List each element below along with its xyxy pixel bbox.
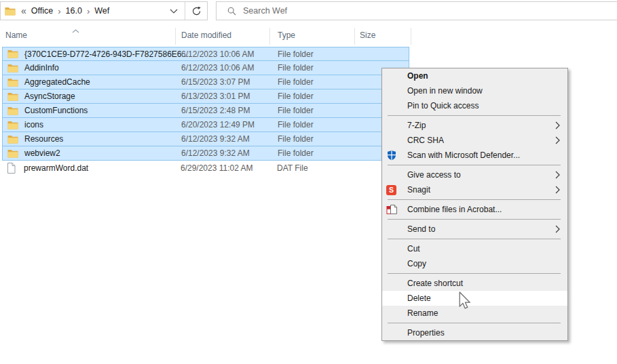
file-name: CustomFunctions <box>24 106 88 115</box>
file-row[interactable]: AddinInfo 6/12/2023 10:06 AM File folder <box>2 61 409 75</box>
column-divider[interactable] <box>354 28 355 45</box>
context-menu-item[interactable]: Delete <box>382 291 567 306</box>
context-menu-item[interactable]: Combine files in Acrobat... <box>382 202 567 217</box>
column-headers: Name Date modified Type Size <box>0 26 617 45</box>
menu-item-label: Create shortcut <box>407 279 463 288</box>
column-header-name[interactable]: Name <box>5 31 27 40</box>
folder-icon <box>7 78 18 87</box>
breadcrumb-segment-16-0[interactable]: 16.0 <box>66 6 82 16</box>
breadcrumb-chevron-icon[interactable]: › <box>58 6 60 16</box>
file-date-modified: 6/29/2023 11:02 AM <box>181 163 253 173</box>
context-menu-item[interactable]: Scan with Microsoft Defender... <box>382 148 567 163</box>
context-menu-item[interactable]: CRC SHA <box>382 133 567 148</box>
file-type: DAT File <box>277 163 308 173</box>
context-menu-item[interactable]: Open in new window <box>382 83 567 98</box>
file-row[interactable]: Resources 6/12/2023 9:32 AM File folder <box>2 132 409 146</box>
refresh-button[interactable] <box>185 6 207 16</box>
file-row[interactable]: prewarmWord.dat 6/29/2023 11:02 AM DAT F… <box>2 161 409 175</box>
context-menu-item[interactable]: Send to <box>382 222 567 237</box>
menu-separator <box>388 219 561 220</box>
file-type: File folder <box>278 77 314 87</box>
column-header-size[interactable]: Size <box>360 31 375 40</box>
file-name: AggregatedCache <box>24 77 90 87</box>
context-menu-item[interactable]: Properties <box>382 325 567 340</box>
acrobat-combine-icon <box>386 204 398 215</box>
folder-icon <box>7 149 18 158</box>
file-name: Resources <box>24 134 63 144</box>
snagit-icon: S <box>386 184 398 195</box>
menu-item-label: Scan with Microsoft Defender... <box>407 150 520 160</box>
menu-item-label: Delete <box>407 294 431 303</box>
context-menu-item[interactable]: Cut <box>382 241 567 256</box>
context-menu-item[interactable]: Open <box>382 68 567 83</box>
folder-icon <box>7 64 18 73</box>
cursor-arrow-icon <box>459 291 472 313</box>
address-folder-icon <box>5 7 16 16</box>
menu-item-label: 7-Zip <box>407 121 426 130</box>
context-menu-item[interactable]: Copy <box>382 256 567 271</box>
search-input[interactable] <box>243 6 617 16</box>
file-row[interactable]: webview2 6/12/2023 9:32 AM File folder <box>2 146 409 161</box>
menu-item-label: CRC SHA <box>407 136 444 145</box>
breadcrumb-segment-office[interactable]: Office <box>31 6 53 16</box>
folder-icon <box>7 106 18 115</box>
menu-item-label: Combine files in Acrobat... <box>407 205 502 214</box>
file-row[interactable]: CustomFunctions 6/15/2023 2:48 PM File f… <box>2 104 409 118</box>
column-header-date-modified[interactable]: Date modified <box>181 31 231 40</box>
menu-item-label: Snagit <box>407 185 430 195</box>
explorer-window: { "address_bar": { "back_chevrons": "\u0… <box>0 0 617 364</box>
search-box[interactable] <box>216 1 617 20</box>
file-type: File folder <box>278 63 314 73</box>
file-date-modified: 6/12/2023 9:32 AM <box>181 148 250 158</box>
breadcrumb-segment-wef[interactable]: Wef <box>94 6 109 16</box>
file-name: AsyncStorage <box>24 92 75 101</box>
menu-item-label: Send to <box>407 224 435 234</box>
context-menu-item[interactable]: S Snagit <box>382 182 567 197</box>
file-date-modified: 6/12/2023 9:32 AM <box>181 134 250 144</box>
context-menu-item[interactable]: Pin to Quick access <box>382 98 567 113</box>
column-divider[interactable] <box>411 28 411 45</box>
menu-item-label: Open in new window <box>407 86 483 96</box>
file-date-modified: 6/15/2023 2:48 PM <box>181 106 250 115</box>
address-dropdown-chevron-icon[interactable] <box>170 9 178 14</box>
file-row[interactable]: AsyncStorage 6/13/2023 3:01 PM File fold… <box>2 89 409 104</box>
menu-item-label: Properties <box>407 328 445 338</box>
file-name: prewarmWord.dat <box>24 163 88 173</box>
file-row[interactable]: icons 6/20/2023 12:49 PM File folder <box>2 118 409 132</box>
menu-item-label: Copy <box>407 259 426 268</box>
menu-item-label: Pin to Quick access <box>407 101 479 110</box>
breadcrumb-chevron-icon[interactable]: › <box>87 6 90 16</box>
file-date-modified: 6/15/2023 3:07 PM <box>181 77 250 87</box>
folder-icon <box>7 135 18 144</box>
file-row[interactable]: {370C1CE9-D772-4726-943D-F7827586E6... 6… <box>2 47 409 61</box>
menu-separator <box>388 273 561 274</box>
context-menu-item[interactable]: Create shortcut <box>382 276 567 291</box>
context-menu-item[interactable]: Give access to <box>382 167 567 182</box>
file-type: File folder <box>278 148 314 158</box>
submenu-chevron-icon <box>555 121 560 129</box>
file-date-modified: 6/12/2023 10:06 AM <box>181 49 254 59</box>
address-bar[interactable]: « Office › 16.0 › Wef <box>0 1 208 20</box>
file-type: File folder <box>278 49 314 59</box>
context-menu-item[interactable]: Rename <box>382 306 567 321</box>
file-name: {370C1CE9-D772-4726-943D-F7827586E6... <box>24 49 189 59</box>
folder-icon <box>7 92 18 101</box>
column-divider[interactable] <box>175 28 176 45</box>
column-divider[interactable] <box>269 28 270 45</box>
file-row[interactable]: AggregatedCache 6/15/2023 3:07 PM File f… <box>2 75 409 89</box>
file-date-modified: 6/20/2023 12:49 PM <box>181 120 255 129</box>
submenu-chevron-icon <box>555 136 560 144</box>
menu-separator <box>388 165 561 165</box>
sort-ascending-icon <box>72 26 79 35</box>
submenu-chevron-icon <box>555 186 560 194</box>
submenu-chevron-icon <box>555 171 560 179</box>
breadcrumb-collapse-chevrons[interactable]: « <box>21 5 26 16</box>
column-header-type[interactable]: Type <box>278 31 295 40</box>
file-name: icons <box>24 120 43 129</box>
menu-item-label: Open <box>407 71 428 81</box>
file-icon <box>7 163 18 174</box>
file-date-modified: 6/13/2023 3:01 PM <box>181 92 250 101</box>
menu-separator <box>388 239 561 239</box>
submenu-chevron-icon <box>555 225 560 233</box>
context-menu-item[interactable]: 7-Zip <box>382 118 567 133</box>
